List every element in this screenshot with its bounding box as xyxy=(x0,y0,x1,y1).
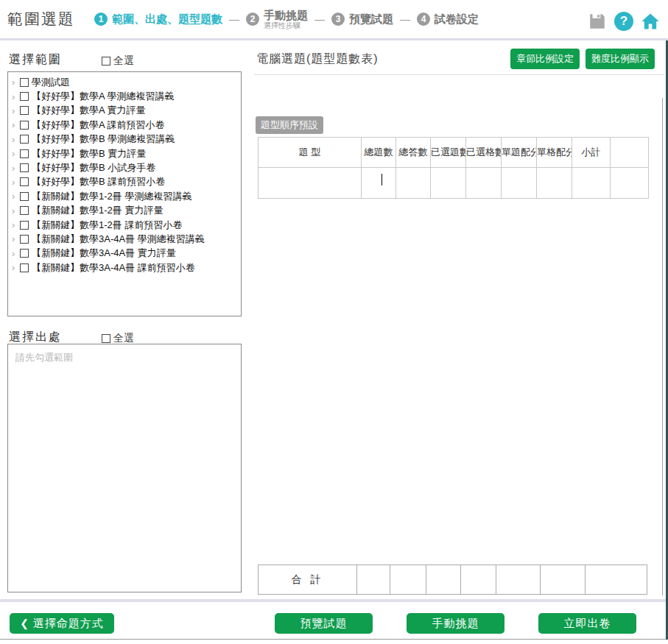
tree-row-label: 【好好學】數學B 小試身手卷 xyxy=(32,161,155,174)
table-header-cell: 單格配分 xyxy=(537,138,572,168)
tree-row-label: 【新關鍵】數學1-2冊 課前預習小卷 xyxy=(32,219,182,232)
range-section-title: 選擇範圍 xyxy=(9,52,62,68)
tree-row-label: 【好好學】數學B 課前預習小卷 xyxy=(32,175,165,188)
chevron-right-icon[interactable]: › xyxy=(12,234,20,244)
chevron-right-icon[interactable]: › xyxy=(12,120,20,130)
manual-pick-button[interactable]: 手動挑題 xyxy=(407,613,504,634)
chevron-right-icon[interactable]: › xyxy=(12,106,20,116)
chapter-ratio-button[interactable]: 章節比例設定 xyxy=(510,49,580,69)
help-icon[interactable]: ? xyxy=(614,12,633,31)
difficulty-ratio-button[interactable]: 難度比例顯示 xyxy=(586,49,655,69)
tree-row-label: 【新關鍵】數學1-2冊 實力評量 xyxy=(32,204,163,217)
back-button[interactable]: ❮ 選擇命題方式 xyxy=(10,613,114,634)
step-item[interactable]: 2 手動挑題 選擇性步驟 — xyxy=(246,9,331,30)
source-select-all-checkbox[interactable] xyxy=(102,334,110,343)
chevron-right-icon[interactable]: › xyxy=(12,163,20,173)
tree-row-label: 【好好學】數學A 學測總複習講義 xyxy=(32,90,175,103)
tree-row[interactable]: › 【好好學】數學B 實力評量 xyxy=(8,146,241,160)
tree-row[interactable]: › 【好好學】數學A 實力評量 xyxy=(8,104,241,118)
tree-row[interactable]: › 【好好學】數學A 學測總複習講義 xyxy=(8,89,241,103)
question-type-table: 題 型總題數總答數已選題數已選格數單題配分單格配分小計 xyxy=(258,137,649,199)
chevron-right-icon[interactable]: › xyxy=(12,177,20,187)
tree-row-checkbox[interactable] xyxy=(20,106,29,115)
app-window: 範圍選題 1 範圍、出處、題型題數 — 2 手動挑題 選擇性步驟 xyxy=(0,0,668,644)
tree-row-checkbox[interactable] xyxy=(20,192,29,201)
cell-selected-blanks[interactable] xyxy=(466,168,502,199)
step-sublabel: 選擇性步驟 xyxy=(264,21,308,30)
step-item[interactable]: 1 範圍、出處、題型題數 — xyxy=(94,13,246,26)
cell-subtotal[interactable] xyxy=(572,168,611,199)
tree-row[interactable]: › 【新關鍵】數學1-2冊 學測總複習講義 xyxy=(8,189,241,203)
tree-row[interactable]: › 學測試題 xyxy=(8,75,241,89)
tree-row-checkbox[interactable] xyxy=(20,121,29,130)
chevron-right-icon[interactable]: › xyxy=(12,206,20,216)
table-area-border xyxy=(662,98,663,595)
cell-total-questions[interactable] xyxy=(362,168,396,199)
table-data-row xyxy=(259,168,649,199)
range-select-all-checkbox[interactable] xyxy=(102,57,110,66)
tree-row-checkbox[interactable] xyxy=(20,163,29,172)
table-header-cell: 小計 xyxy=(572,138,611,168)
tree-row-label: 學測試題 xyxy=(32,76,70,89)
table-header-row: 題 型總題數總答數已選題數已選格數單題配分單格配分小計 xyxy=(259,138,649,168)
step-number-circle: 2 xyxy=(246,13,259,26)
chevron-right-icon[interactable]: › xyxy=(12,263,20,272)
tree-row[interactable]: › 【新關鍵】數學1-2冊 課前預習小卷 xyxy=(8,218,241,232)
table-header-cell: 總題數 xyxy=(362,138,396,168)
tree-row[interactable]: › 【新關鍵】數學1-2冊 實力評量 xyxy=(8,204,241,218)
tree-row[interactable]: › 【好好學】數學A 課前預習小卷 xyxy=(8,118,241,132)
total-row-table: 合 計 xyxy=(258,565,647,595)
save-icon[interactable] xyxy=(587,11,608,32)
tree-row-checkbox[interactable] xyxy=(20,177,29,186)
tree-row-checkbox[interactable] xyxy=(20,235,29,244)
tree-row-label: 【好好學】數學A 實力評量 xyxy=(32,104,146,117)
text-cursor xyxy=(382,174,382,185)
chevron-right-icon[interactable]: › xyxy=(12,149,20,158)
tree-row-checkbox[interactable] xyxy=(20,221,29,230)
top-icons: ? xyxy=(587,11,661,32)
top-bar: 範圍選題 1 範圍、出處、題型題數 — 2 手動挑題 選擇性步驟 xyxy=(0,0,668,40)
tree-row[interactable]: › 【好好學】數學B 小試身手卷 xyxy=(8,160,241,174)
tree-row-label: 【好好學】數學B 學測總複習講義 xyxy=(32,132,175,146)
tree-row-checkbox[interactable] xyxy=(20,249,29,258)
tree-row-checkbox[interactable] xyxy=(20,78,29,87)
range-select-all[interactable]: 全選 xyxy=(102,54,134,68)
chevron-right-icon[interactable]: › xyxy=(12,135,20,144)
tree-row-checkbox[interactable] xyxy=(20,149,29,158)
title-divider xyxy=(254,74,664,75)
chevron-right-icon[interactable]: › xyxy=(12,191,20,201)
window-bottom-edge xyxy=(0,639,668,640)
tree-row-checkbox[interactable] xyxy=(20,263,29,272)
tree-row[interactable]: › 【新關鍵】數學3A-4A冊 學測總複習講義 xyxy=(8,232,241,246)
table-header-cell: 題 型 xyxy=(259,138,362,168)
preview-questions-button[interactable]: 預覽試題 xyxy=(275,613,373,634)
cell-total-answers[interactable] xyxy=(396,168,431,199)
tree-row[interactable]: › 【新關鍵】數學3A-4A冊 課前預習小卷 xyxy=(8,261,241,275)
tree-row[interactable]: › 【好好學】數學B 課前預習小卷 xyxy=(8,175,241,189)
cell-selected-questions[interactable] xyxy=(431,168,466,199)
chevron-right-icon[interactable]: › xyxy=(12,77,20,87)
tree-row[interactable]: › 【好好學】數學B 學測總複習講義 xyxy=(8,132,241,146)
cell-points-per-question[interactable] xyxy=(502,168,537,199)
page-title: 範圍選題 xyxy=(7,9,75,29)
step-item[interactable]: 4 試卷設定 xyxy=(417,13,479,26)
step-item[interactable]: 3 預覽試題 — xyxy=(331,13,417,26)
chevron-right-icon[interactable]: › xyxy=(12,249,20,258)
table-header-cell xyxy=(611,138,649,168)
question-type-preset-button[interactable]: 題型順序預設 xyxy=(256,116,323,134)
tree-row[interactable]: › 【新關鍵】數學3A-4A冊 實力評量 xyxy=(8,247,241,261)
main-panel-title: 電腦選題(題型題數表) xyxy=(256,52,379,67)
table-header-cell: 已選題數 xyxy=(431,138,466,168)
generate-exam-button[interactable]: 立即出卷 xyxy=(538,613,636,634)
cell-extra[interactable] xyxy=(611,168,649,199)
tree-row-checkbox[interactable] xyxy=(20,92,29,101)
cell-points-per-blank[interactable] xyxy=(537,168,572,199)
tree-row-checkbox[interactable] xyxy=(20,135,29,144)
cell-question-type[interactable] xyxy=(259,168,362,199)
step-label: 手動挑題 xyxy=(264,9,308,21)
tree-row-checkbox[interactable] xyxy=(20,206,29,215)
chevron-right-icon[interactable]: › xyxy=(12,92,20,102)
chevron-right-icon[interactable]: › xyxy=(12,220,20,230)
home-icon[interactable] xyxy=(640,11,661,32)
source-placeholder: 請先勾選範圍 xyxy=(8,344,241,371)
